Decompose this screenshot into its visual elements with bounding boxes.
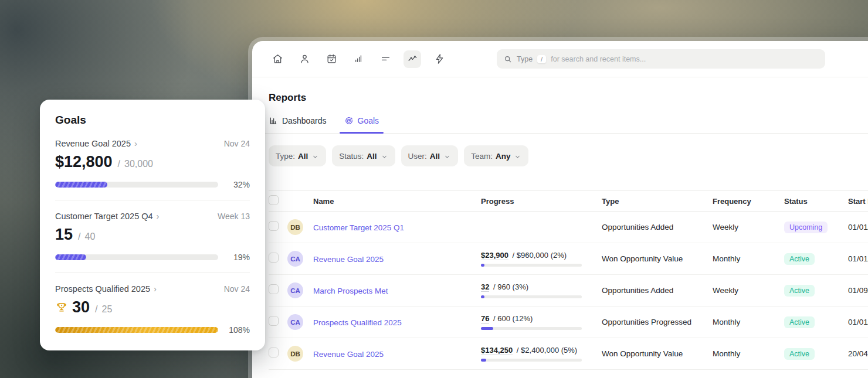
row-checkbox[interactable] — [269, 221, 279, 231]
goal-frequency: Weekly — [713, 286, 781, 295]
row-checkbox[interactable] — [269, 316, 279, 326]
owner-avatar: CA — [287, 314, 303, 330]
goal-progress-track — [55, 182, 218, 188]
tab-goals[interactable]: Goals — [344, 116, 379, 133]
goal-frequency: Weekly — [713, 223, 781, 231]
chevron-down-icon — [311, 153, 319, 161]
select-all-checkbox[interactable] — [269, 195, 279, 205]
progress-fill — [481, 264, 484, 267]
status-badge: Active — [784, 253, 815, 265]
goal-name-link[interactable]: Revenue Goal 2025 — [313, 255, 384, 264]
status-badge: Upcoming — [784, 222, 828, 233]
status-badge: Active — [784, 285, 815, 297]
start-date: 01/01/ — [845, 318, 868, 326]
bar-chart-icon[interactable] — [350, 50, 367, 68]
progress-current: 76 — [481, 314, 489, 323]
filter-pill[interactable]: User: All — [401, 145, 459, 166]
goal-target-value: 40 — [85, 231, 96, 242]
trend-line-icon[interactable] — [404, 50, 421, 68]
goal-frequency: Monthly — [713, 254, 781, 263]
owner-avatar: DB — [287, 346, 303, 362]
goal-type: Won Opportunity Value — [602, 254, 713, 263]
search-input[interactable]: Type / for search and recent items... — [497, 49, 825, 69]
filter-label: User: — [408, 152, 427, 161]
start-date: 01/01/ — [845, 223, 868, 231]
lightning-icon[interactable] — [430, 50, 448, 68]
goal-current-value: 15 — [55, 226, 73, 244]
goal-type: Opportunities Added — [602, 223, 713, 231]
goal-name[interactable]: Customer Target 2025 Q4 — [55, 212, 153, 221]
progress-current: 32 — [481, 282, 489, 292]
search-placeholder-prefix: Type — [517, 55, 533, 63]
progress-cell: 32 / 960 (3%) — [481, 282, 602, 298]
goal-target-value: 30,000 — [124, 159, 153, 169]
calendar-check-icon[interactable] — [323, 50, 340, 68]
start-date: 20/04/ — [845, 349, 868, 358]
progress-track — [481, 264, 582, 267]
goal-name-link[interactable]: March Prospects Met — [313, 287, 388, 295]
tab-bar: Dashboards Goals — [252, 116, 868, 134]
filter-value: All — [430, 152, 440, 161]
goal-frequency: Monthly — [713, 349, 781, 358]
owner-avatar: CA — [287, 251, 303, 267]
filter-lines-icon[interactable] — [377, 50, 394, 68]
col-header-status[interactable]: Status — [781, 197, 845, 206]
row-checkbox[interactable] — [269, 253, 279, 263]
tab-dashboards[interactable]: Dashboards — [269, 116, 327, 133]
goal-percent: 108% — [225, 325, 250, 335]
goal-percent: 19% — [225, 253, 250, 262]
filter-label: Status: — [339, 152, 364, 161]
goal-name-link[interactable]: Customer Target 2025 Q1 — [313, 223, 404, 232]
filter-pill[interactable]: Type: All — [269, 145, 326, 166]
table-row[interactable]: DB Revenue Goal 2025 $134,250 / $2,400,0… — [269, 338, 868, 370]
goal-frequency: Monthly — [713, 318, 781, 326]
goal-summary-item: Prospects Qualified 2025 › Nov 24 30 / 2… — [55, 284, 250, 335]
table-body: DB Customer Target 2025 Q1 Opportunities… — [269, 212, 868, 370]
col-header-name[interactable]: Name — [313, 197, 481, 206]
goal-name[interactable]: Prospects Qualified 2025 — [55, 284, 150, 294]
col-header-type[interactable]: Type — [602, 197, 713, 206]
goal-target-value: 25 — [102, 304, 113, 315]
goal-date: Week 13 — [218, 212, 250, 221]
chevron-down-icon — [514, 153, 521, 161]
row-checkbox[interactable] — [269, 284, 279, 294]
progress-track — [481, 359, 582, 362]
goal-slash: / — [118, 159, 120, 169]
col-header-frequency[interactable]: Frequency — [713, 197, 781, 206]
table-row[interactable]: CA Prospects Qualified 2025 76 / 600 (12… — [269, 307, 868, 338]
home-icon[interactable] — [269, 50, 286, 68]
table-row[interactable]: DB Customer Target 2025 Q1 Opportunities… — [269, 212, 868, 243]
dashboards-icon — [269, 116, 278, 125]
trophy-icon — [55, 301, 68, 314]
owner-avatar: DB — [287, 219, 303, 235]
progress-current: $23,900 — [481, 251, 508, 260]
goal-progress-fill — [55, 327, 218, 333]
goal-name-link[interactable]: Prospects Qualified 2025 — [313, 318, 402, 327]
table-row[interactable]: CA Revenue Goal 2025 $23,900 / $960,000 … — [269, 243, 868, 275]
person-icon[interactable] — [296, 50, 313, 68]
col-header-start-date[interactable]: Start Date — [845, 197, 868, 206]
goal-name[interactable]: Revenue Goal 2025 — [55, 139, 131, 148]
slash-key-badge: / — [537, 55, 546, 63]
goal-current-value: 30 — [72, 298, 90, 316]
primary-nav — [269, 50, 448, 68]
progress-fill — [481, 327, 493, 330]
col-header-progress[interactable]: Progress — [481, 197, 602, 206]
progress-rest: / $960,000 (2%) — [510, 251, 567, 260]
progress-track — [481, 295, 582, 298]
goal-progress-track — [55, 254, 218, 260]
filter-pill[interactable]: Team: Any — [464, 145, 528, 166]
goal-name-link[interactable]: Revenue Goal 2025 — [313, 350, 384, 359]
goal-percent: 32% — [225, 180, 250, 189]
table-row[interactable]: CA March Prospects Met 32 / 960 (3%) Opp… — [269, 275, 868, 307]
progress-fill — [481, 359, 486, 362]
chevron-right-icon: › — [154, 284, 157, 294]
row-checkbox[interactable] — [269, 348, 279, 357]
screenshot-canvas: Type / for search and recent items... Re… — [0, 0, 868, 378]
progress-track — [481, 327, 582, 330]
filter-pill[interactable]: Status: All — [332, 145, 395, 166]
divider — [55, 200, 250, 200]
search-placeholder-hint: for search and recent items... — [551, 55, 646, 63]
goal-slash: / — [95, 304, 97, 315]
filter-label: Team: — [471, 152, 493, 161]
